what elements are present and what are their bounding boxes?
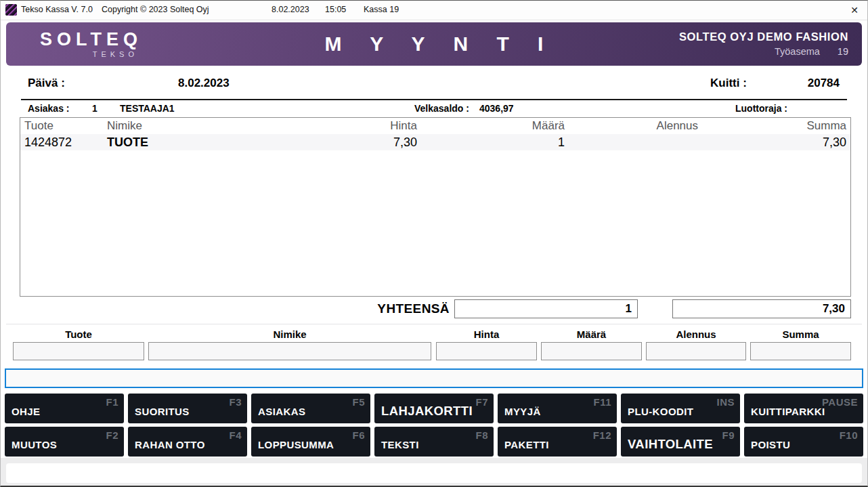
total-sum-box: 7,30 xyxy=(672,299,851,318)
field-group-hinta: Hinta xyxy=(436,329,537,360)
entry-label-nimike: Nimike xyxy=(148,329,431,340)
cell-tuote: 1424872 xyxy=(20,134,103,151)
button-key: F7 xyxy=(475,396,488,408)
col-header-alennus: Alennus xyxy=(569,118,702,134)
field-group-tuote: Tuote xyxy=(13,329,144,360)
table-header-row: Tuote Nimike Hinta Määrä Alennus Summa xyxy=(20,118,850,134)
col-header-maara: Määrä xyxy=(421,118,569,134)
col-header-tuote: Tuote xyxy=(20,118,103,134)
suoritus-button[interactable]: SUORITUS F3 xyxy=(128,394,247,423)
button-label: LAHJAKORTTI xyxy=(381,404,473,419)
workstation-number: 19 xyxy=(838,46,848,57)
sale-lines-table: Tuote Nimike Hinta Määrä Alennus Summa 1… xyxy=(20,117,851,297)
col-header-nimike: Nimike xyxy=(103,118,340,134)
tuote-input[interactable] xyxy=(13,342,144,360)
button-key: F10 xyxy=(840,429,858,441)
button-label: LOPPUSUMMA xyxy=(258,439,334,450)
button-key: F5 xyxy=(352,396,365,408)
entry-label-tuote: Tuote xyxy=(13,329,144,340)
button-label: ASIAKAS xyxy=(258,406,305,417)
date-value: 8.02.2023 xyxy=(178,77,230,90)
titlebar: Tekso Kassa V. 7.0 Copyright © 2023 Solt… xyxy=(1,1,867,20)
receipt-value: 20784 xyxy=(785,77,840,90)
field-group-summa: Summa xyxy=(750,329,851,360)
function-key-panel: OHJE F1 SUORITUS F3 ASIAKAS F5 LAHJAKORT… xyxy=(5,394,863,457)
titlebar-date: 8.02.2023 xyxy=(272,5,309,14)
totals-label: YHTEENSÄ xyxy=(353,301,450,316)
titlebar-time: 15:05 xyxy=(325,5,346,14)
table-row[interactable]: 1424872 TUOTE 7,30 1 7,30 xyxy=(20,134,850,150)
entry-label-maara: Määrä xyxy=(541,329,642,340)
customer-number: 1 xyxy=(92,103,97,114)
button-label: MUUTOS xyxy=(12,439,57,450)
button-label: TEKSTI xyxy=(381,439,419,450)
paketti-button[interactable]: PAKETTI F12 xyxy=(498,427,617,457)
entry-label-hinta: Hinta xyxy=(436,329,537,340)
vaihtolaite-button[interactable]: VAIHTOLAITE F9 xyxy=(621,427,740,457)
myyja-button[interactable]: MYYJÄ F11 xyxy=(498,394,617,423)
button-label: POISTU xyxy=(751,439,790,450)
cell-summa: 7,30 xyxy=(702,134,850,151)
credit-limit-label: Luottoraja : xyxy=(735,103,787,114)
cell-nimike: TUOTE xyxy=(103,134,340,151)
field-group-alennus: Alennus xyxy=(646,329,746,360)
button-key: F11 xyxy=(593,396,611,408)
receipt-label: Kuitti : xyxy=(710,77,747,90)
app-header: SOLTEQ TEKSO M Y Y N T I SOLTEQ OYJ DEMO… xyxy=(6,22,862,66)
muutos-button[interactable]: MUUTOS F2 xyxy=(5,427,124,457)
button-key: F4 xyxy=(229,429,242,441)
customer-name: TESTAAJA1 xyxy=(120,103,175,114)
summa-input[interactable] xyxy=(750,342,851,360)
poistu-button[interactable]: POISTU F10 xyxy=(744,427,863,457)
button-key: INS xyxy=(716,396,735,408)
lahjakortti-button[interactable]: LAHJAKORTTI F7 xyxy=(374,394,494,423)
entry-label-alennus: Alennus xyxy=(646,329,746,340)
button-key: F6 xyxy=(352,429,365,441)
button-key: F9 xyxy=(722,429,735,441)
loppusumma-button[interactable]: LOPPUSUMMA F6 xyxy=(251,427,370,457)
button-label: PLU-KOODIT xyxy=(628,406,693,417)
debt-value: 4036,97 xyxy=(479,103,514,114)
rahan-otto-button[interactable]: RAHAN OTTO F4 xyxy=(128,427,247,457)
cell-alennus xyxy=(569,141,702,144)
app-title: Tekso Kassa V. 7.0 xyxy=(21,5,93,14)
app-icon xyxy=(5,4,17,16)
button-key: PAUSE xyxy=(822,396,858,408)
ohje-button[interactable]: OHJE F1 xyxy=(5,394,124,423)
button-label: RAHAN OTTO xyxy=(135,439,205,450)
entry-label-summa: Summa xyxy=(750,329,851,340)
button-label: VAIHTOLAITE xyxy=(628,437,713,452)
close-icon[interactable]: ✕ xyxy=(846,2,863,18)
entry-panel-divider xyxy=(6,324,862,324)
teksti-button[interactable]: TEKSTI F8 xyxy=(374,427,494,457)
button-key: F2 xyxy=(106,429,118,441)
bottom-status-bar xyxy=(6,463,862,483)
button-key: F8 xyxy=(475,429,488,441)
cell-hinta: 7,30 xyxy=(340,134,421,151)
button-label: MYYJÄ xyxy=(504,406,541,417)
date-label: Päivä : xyxy=(28,77,65,90)
store-name: SOLTEQ OYJ DEMO FASHION xyxy=(679,29,848,45)
hinta-input[interactable] xyxy=(436,342,537,360)
button-label: OHJE xyxy=(12,406,40,417)
button-label: PAKETTI xyxy=(504,439,549,450)
asiakas-button[interactable]: ASIAKAS F5 xyxy=(251,394,370,423)
button-label: SUORITUS xyxy=(135,406,190,417)
button-key: F12 xyxy=(593,429,611,441)
seller-info: Myyjä : TESTAAJA TIMO xyxy=(383,77,387,90)
app-window: Tekso Kassa V. 7.0 Copyright © 2023 Solt… xyxy=(0,0,868,487)
debt-label: Velkasaldo : xyxy=(414,103,469,114)
alennus-input[interactable] xyxy=(646,342,746,360)
maara-input[interactable] xyxy=(541,342,642,360)
plu-koodit-button[interactable]: PLU-KOODIT INS xyxy=(621,394,740,423)
customer-label: Asiakas : xyxy=(28,103,69,114)
kuittiparkki-button[interactable]: KUITTIPARKKI PAUSE xyxy=(744,394,863,423)
button-key: F3 xyxy=(229,396,242,408)
titlebar-register: Kassa 19 xyxy=(364,5,399,14)
nimike-input[interactable] xyxy=(148,342,431,360)
store-info: SOLTEQ OYJ DEMO FASHION Työasema19 xyxy=(679,29,848,60)
col-header-summa: Summa xyxy=(702,118,850,134)
total-quantity-box: 1 xyxy=(454,299,638,318)
command-input[interactable] xyxy=(5,368,863,388)
button-label: KUITTIPARKKI xyxy=(751,406,825,417)
